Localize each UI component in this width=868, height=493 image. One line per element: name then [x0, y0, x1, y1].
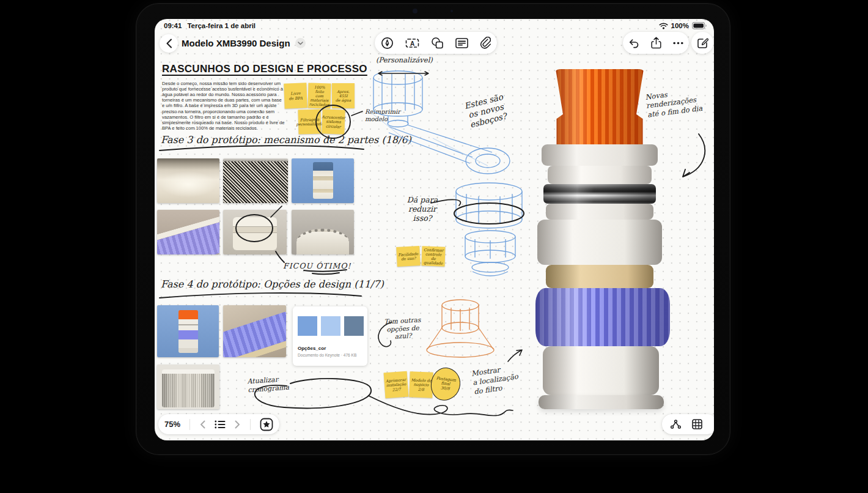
sticky-note[interactable]: Livre de BPA [284, 83, 307, 108]
text-box-icon: A [405, 37, 419, 49]
title-menu-button[interactable] [295, 38, 306, 48]
photo-product-silhouette [313, 162, 333, 199]
render-base-flange [539, 395, 664, 409]
actions-toolbar [623, 32, 689, 54]
prototype-photo-1[interactable] [157, 158, 219, 203]
prototype-photo-5[interactable] [223, 210, 287, 254]
intro-paragraph[interactable]: Desde o começo, nossa missão tem sido de… [162, 81, 285, 131]
shapes-icon [431, 37, 444, 49]
color-swatch-blue [298, 316, 317, 336]
share-icon [651, 37, 661, 49]
handwritten-note[interactable]: Tem outras opções de azul? [381, 316, 424, 341]
sticky-note[interactable]: Facilidade de uso? [396, 246, 421, 267]
compose-icon [697, 37, 708, 49]
shapes-tool-button[interactable] [431, 37, 444, 49]
handwritten-note[interactable]: Atualizar cronograma [247, 375, 289, 395]
zoom-level-button[interactable]: 75% [164, 420, 180, 429]
divider [250, 419, 251, 430]
new-board-button[interactable] [691, 32, 713, 54]
prototype-photo-4[interactable] [157, 210, 219, 254]
sticky-note-cloud[interactable]: Postagem final 30/8 [429, 366, 462, 402]
next-board-button[interactable] [235, 420, 240, 429]
mesh-filter-photo-9[interactable] [157, 365, 219, 409]
color-swatch-lightblue [321, 316, 340, 336]
ellipsis-icon [673, 42, 683, 45]
list-icon [215, 420, 226, 429]
status-bar: 09:41 Terça-feira 1 de abril 100% [155, 22, 714, 32]
prototype-photo-2[interactable] [223, 158, 288, 203]
design-photo-8[interactable] [223, 305, 286, 357]
connected-nodes-icon [671, 420, 681, 429]
render-white-drum [537, 220, 662, 265]
draw-tool-button[interactable] [381, 37, 394, 50]
handwritten-note[interactable]: (Personalizável) [376, 56, 433, 64]
handwritten-note[interactable]: Dá para reduzir isso? [398, 195, 447, 223]
render-purple-drum [535, 288, 670, 346]
undo-button[interactable] [628, 38, 640, 48]
note-tool-button[interactable] [455, 38, 468, 48]
prototype-photo-3[interactable] [292, 158, 354, 203]
text-tool-glyph: A [410, 40, 414, 46]
date: Terça-feira 1 de abril [187, 22, 256, 29]
photo-product-silhouette [223, 311, 286, 357]
ficou-otimo-note[interactable]: FICOU ÓTIMO! [283, 261, 351, 270]
photo-product-silhouette [233, 217, 277, 250]
photo-product-silhouette [157, 215, 219, 254]
orange-wireframe-sketch [427, 300, 494, 357]
fase3-heading[interactable]: Fase 3 do protótipo: mecanismo de 2 part… [161, 134, 411, 146]
board-title-group[interactable]: Modelo XMB3990 Design [182, 38, 306, 48]
clock: 09:41 [164, 22, 182, 29]
text-tool-button[interactable]: A [405, 37, 419, 49]
handwritten-note[interactable]: Reimprimir modelo [365, 108, 400, 123]
handwritten-note[interactable]: Estes são os novos esboços? [453, 89, 520, 133]
render-white-base [543, 346, 659, 395]
wifi-icon [659, 23, 668, 29]
previous-board-button[interactable] [200, 420, 205, 429]
attachment-button[interactable] [480, 37, 491, 49]
boards-list-button[interactable] [215, 420, 226, 429]
more-button[interactable] [673, 42, 683, 45]
color-swatch-slate [344, 316, 364, 336]
chevron-down-icon [298, 42, 303, 45]
star-badge-icon [260, 418, 273, 431]
navigation-bar: 75% [158, 414, 279, 434]
design-heading[interactable]: RASCUNHOS DO DESIGN E PROCESSO [162, 63, 367, 75]
sticky-note[interactable]: Modelo de negócio 2/8 [409, 371, 433, 398]
render-white-band [546, 204, 653, 220]
ipad-device: 09:41 Terça-feira 1 de abril 100% [136, 3, 730, 455]
design-photo-7[interactable] [157, 305, 219, 357]
page-title: Modelo XMB3990 Design [182, 38, 290, 48]
sticky-note[interactable]: Confirmar controle de qualidade [421, 246, 445, 266]
handwritten-note[interactable]: Mostrar a localização do filtro [471, 361, 532, 397]
connect-button[interactable] [671, 420, 681, 429]
photo-product-silhouette [162, 369, 215, 407]
back-chevron-icon [166, 39, 172, 48]
grid-toggle-button[interactable] [692, 419, 702, 429]
prototype-photo-6[interactable] [292, 210, 354, 254]
share-button[interactable] [651, 37, 661, 49]
chevron-left-icon [200, 420, 205, 429]
fase4-heading[interactable]: Fase 4 do protótipo: Opções de design (1… [161, 278, 384, 290]
marker-pen-icon [381, 37, 394, 50]
freeform-canvas[interactable]: 09:41 Terça-feira 1 de abril 100% [155, 19, 714, 440]
view-options-bar [662, 414, 714, 434]
sticky-note[interactable]: Filtragem personalizada [298, 109, 321, 135]
render-chrome-band [543, 184, 656, 204]
keynote-file-card[interactable]: Opções_cor Documento do Keynote · 476 KB [293, 306, 367, 366]
sticky-note[interactable]: 100% feito com materiais reciclados [307, 83, 331, 109]
battery-percent: 100% [671, 22, 689, 29]
sticky-note[interactable]: Aprox. 455l de água [332, 83, 355, 108]
product-render[interactable] [534, 69, 674, 409]
camera-sensor [451, 10, 453, 12]
sticky-note[interactable]: Aprimorar instalação 22/7 [384, 371, 409, 399]
photo-product-silhouette [296, 229, 349, 254]
note-card-icon [455, 38, 468, 48]
battery-icon [692, 22, 707, 29]
favorites-button[interactable] [260, 418, 273, 431]
front-camera [413, 9, 417, 13]
chevron-right-icon [235, 420, 240, 429]
back-button[interactable] [160, 34, 178, 53]
sticky-note[interactable]: Acrescentar sistema circular [322, 109, 345, 134]
paperclip-icon [480, 37, 491, 49]
file-meta: Documento do Keynote · 476 KB [298, 353, 356, 357]
